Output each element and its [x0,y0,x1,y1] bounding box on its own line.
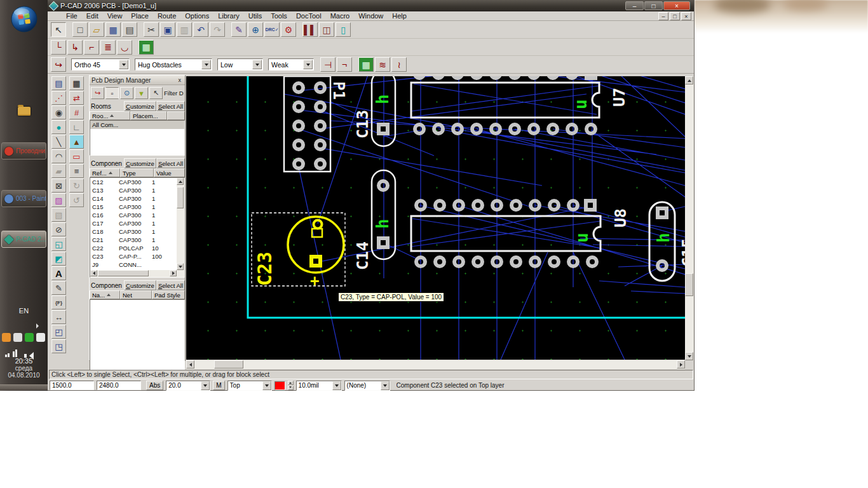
component-u8[interactable]: u U8 [411,199,630,266]
place-line-tool[interactable]: ╲ [51,135,66,149]
canvas-hscrollbar[interactable] [186,360,685,369]
view-undo-button[interactable]: ↺ [69,193,84,207]
components-col-value[interactable]: Value [154,168,185,177]
open-button[interactable]: ▱ [89,22,104,37]
place-plane-tool[interactable]: ▧ [51,208,66,222]
menu-item[interactable]: View [103,12,127,20]
place-copper-pour-tool[interactable]: ▨ [51,193,66,207]
place-via-tool[interactable]: ● [51,120,66,134]
measure-button[interactable]: ∟ [69,120,84,134]
grid-toggle-button[interactable]: ▦ [69,76,84,90]
view-redo-button[interactable]: ↻ [69,179,84,193]
component-row[interactable]: C16 CAP300 1 [90,211,177,219]
zoom-to-button[interactable]: ⊙ [120,87,133,99]
taskbar-item-paint[interactable]: 003 - Paint [1,190,46,207]
new-button[interactable]: □ [72,22,88,37]
route-interactive-button[interactable]: ↳ [67,40,83,55]
ortho-mode-select[interactable]: Ortho 45 [71,58,130,71]
place-detail-tool[interactable]: ◩ [51,252,66,266]
y-coordinate-field[interactable]: 2480.0 [97,381,141,390]
component-row[interactable]: C18 CAP300 1 [90,227,177,236]
panel-close-icon[interactable]: x [177,77,184,83]
select-filter-button[interactable]: ↖ [149,87,163,99]
layers-button[interactable]: ▌▌ [302,22,318,37]
place-connection-tool[interactable]: ⋰ [51,91,66,105]
via-style-select[interactable]: (None) [344,381,390,391]
grid-select[interactable]: 20.0 [166,381,210,391]
abs-rel-button[interactable]: Abs [146,381,163,390]
menu-item[interactable]: Library [214,12,244,20]
language-indicator[interactable]: EN [0,307,48,315]
route-edit-button[interactable]: # [69,105,84,119]
x-coordinate-field[interactable]: 1500.0 [50,381,94,390]
tray-utorrent-icon[interactable] [13,333,22,342]
filter-button[interactable]: ▼ [135,87,148,99]
menu-item[interactable]: Options [180,12,214,20]
place-cutout-tool[interactable]: ⊠ [51,179,66,193]
minimize-button[interactable]: – [625,1,644,10]
layer-spinner[interactable] [288,381,294,390]
component-row[interactable]: C21 CAP300 1 [90,236,177,244]
mdi-close-button[interactable]: × [681,12,691,20]
tray-opera-icon[interactable] [25,333,34,342]
place-attribute-tool[interactable]: ✎ [51,281,66,295]
component-row[interactable]: C14 CAP300 1 [90,194,177,203]
components-select-all-button[interactable]: Select All [156,158,185,168]
canvas-vscrollbar[interactable] [685,76,694,360]
taskbar-item-explorer[interactable]: Проводни... [1,142,46,159]
hug-mode-select[interactable]: Hug Obstacles [135,58,212,71]
options-list-button[interactable]: ≡ [69,164,84,178]
print-button[interactable]: ▤ [122,22,137,37]
component-row[interactable]: J9 CONN... [90,261,177,269]
new-window-tool[interactable]: ◰ [51,325,66,339]
pads-col-name[interactable]: Na... [90,290,120,299]
show-desktop-button[interactable] [0,384,48,390]
route-style-button[interactable]: ↪ [51,57,66,72]
menu-item[interactable]: Macro [326,12,355,20]
place-dimension-tool[interactable]: ↔ [51,310,66,324]
component-row[interactable]: C12 CAP300 1 [90,178,177,186]
place-arc-tool[interactable]: ◠ [51,149,66,163]
tray-mail-icon[interactable] [2,333,11,342]
stub-length-button[interactable]: ⊣ [320,57,336,72]
close-button[interactable]: × [663,1,690,10]
copy-button[interactable]: ▣ [160,22,175,37]
line-width-select[interactable]: 10.0mil [296,381,342,391]
pads-select-all-button[interactable]: Select All [156,280,185,290]
component-row[interactable]: C23 CAP-P... 100 [90,252,177,261]
select-tool-button[interactable]: ↖ [51,22,66,37]
mdi-minimize-button[interactable]: – [658,12,668,20]
clock[interactable]: 20:35 среда 04.08.2010 [0,357,48,379]
eco-button[interactable]: ⇄ [69,91,84,105]
components-col-ref[interactable]: Ref... [90,168,120,177]
taskbar-item-pcad[interactable]: P-CAD 2... [1,231,46,248]
board-button[interactable]: ▯ [336,22,351,37]
menu-item[interactable]: Utils [244,12,266,20]
board-outline-button[interactable]: ▭ [69,149,84,163]
component-row[interactable]: C15 CAP300 1 [90,203,177,211]
place-field-tool[interactable]: {F} [51,295,66,309]
component-row[interactable]: C13 CAP300 1 [90,186,177,194]
new-window-2-tool[interactable]: ◳ [51,339,66,353]
modules-button[interactable]: ◫ [319,22,334,37]
place-room-tool[interactable]: ◱ [51,237,66,251]
place-keepout-tool[interactable]: ⊘ [51,222,66,236]
place-text-tool[interactable]: A [51,266,66,280]
menu-item[interactable]: Tools [266,12,292,20]
route-manual-button[interactable]: └ [51,40,66,55]
pads-col-padstyle[interactable]: Pad Style [152,290,185,299]
menu-item[interactable]: Place [126,12,153,20]
pads-customize-button[interactable]: Customize [124,280,156,290]
paste-button[interactable]: ▥ [177,22,192,37]
menu-item[interactable]: Route [153,12,180,20]
undo-button[interactable]: ↶ [193,22,208,37]
components-customize-button[interactable]: Customize [124,158,156,168]
effort-select[interactable]: Low [217,58,263,71]
autoroute-button[interactable]: ▦ [139,40,154,55]
mdi-restore-button[interactable]: □ [670,12,680,20]
rooms-select-all-button[interactable]: Select All [156,101,185,111]
tray-expand-icon[interactable] [36,323,41,329]
route-bus-button[interactable]: ≣ [100,40,116,55]
component-c15[interactable]: h C15 [649,202,685,281]
start-button[interactable] [10,5,38,33]
